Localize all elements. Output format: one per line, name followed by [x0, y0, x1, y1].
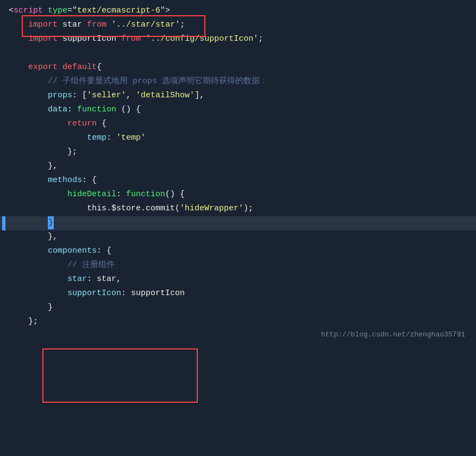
line-content-5: export default{: [9, 61, 472, 74]
footer-url: http://blog.csdn.net/zhenghao35791: [321, 329, 465, 341]
code-line-2: import star from '../star/star';: [0, 18, 476, 33]
components-highlight-box: [42, 348, 198, 403]
line-content-13: methods: {: [9, 174, 472, 187]
line-content-23: };: [9, 315, 472, 328]
line-content-21: supportIcon: supportIcon: [9, 287, 472, 300]
line-content-14: hideDetail: function() {: [9, 188, 472, 201]
line-gutter-19: [2, 259, 5, 273]
line-gutter-3: [2, 33, 5, 47]
code-line-21: supportIcon: supportIcon: [0, 287, 476, 301]
code-line-15: this.$store.commit('hideWrapper');: [0, 202, 476, 216]
line-gutter-11: [2, 146, 5, 160]
line-gutter-22: [2, 301, 5, 315]
line-content-9: return {: [9, 117, 472, 130]
line-gutter-21: [2, 287, 5, 301]
code-line-3: import supportIcon from '../config/suppo…: [0, 33, 476, 47]
line-gutter-16: [2, 216, 5, 230]
code-line-8: data: function () {: [0, 103, 476, 117]
code-line-12: },: [0, 160, 476, 174]
code-line-19: // 注册组件: [0, 259, 476, 273]
line-gutter-1: [2, 4, 5, 18]
line-content-17: },: [9, 230, 472, 243]
code-line-18: components: {: [0, 245, 476, 259]
line-gutter-5: [2, 61, 5, 75]
code-line-22: }: [0, 301, 476, 315]
code-line-23: };: [0, 315, 476, 329]
line-content-2: import star from '../star/star';: [9, 18, 472, 32]
code-line-4: [0, 47, 476, 61]
line-content-1: <script type="text/ecmascript-6">: [9, 4, 472, 17]
code-line-16: }: [0, 216, 476, 230]
line-gutter-15: [2, 202, 5, 216]
code-line-11: };: [0, 146, 476, 160]
line-gutter-7: [2, 89, 5, 103]
line-content-20: star: star,: [9, 273, 472, 286]
line-content-12: },: [9, 160, 472, 173]
line-gutter-24: [315, 329, 318, 343]
line-gutter-10: [2, 132, 5, 146]
line-gutter-14: [2, 188, 5, 202]
line-gutter-17: [2, 230, 5, 245]
line-gutter-4: [2, 47, 5, 61]
line-content-19: // 注册组件: [9, 259, 472, 272]
line-gutter-18: [2, 245, 5, 259]
line-gutter-2: [2, 18, 5, 33]
code-line-13: methods: {: [0, 174, 476, 188]
code-line-14: hideDetail: function() {: [0, 188, 476, 202]
line-gutter-12: [2, 160, 5, 174]
code-line-10: temp: 'temp': [0, 132, 476, 146]
code-line-9: return {: [0, 117, 476, 132]
line-content-10: temp: 'temp': [9, 132, 472, 145]
line-content-8: data: function () {: [9, 103, 472, 116]
line-gutter-20: [2, 273, 5, 287]
code-line-24: http://blog.csdn.net/zhenghao35791: [0, 329, 476, 343]
code-line-17: },: [0, 230, 476, 245]
line-content-7: props: ['seller', 'detailShow'],: [9, 89, 472, 102]
line-content-16: }: [9, 216, 472, 229]
line-gutter-8: [2, 103, 5, 117]
line-content-15: this.$store.commit('hideWrapper');: [9, 202, 472, 215]
line-content-18: components: {: [9, 245, 472, 258]
cursor: }: [48, 216, 54, 229]
line-content-3: import supportIcon from '../config/suppo…: [9, 33, 472, 46]
code-line-1: <script type="text/ecmascript-6">: [0, 4, 476, 18]
line-content-22: }: [9, 301, 472, 314]
code-line-6: // 子组件要显式地用 props 选项声明它期待获得的数据：: [0, 75, 476, 89]
line-gutter-13: [2, 174, 5, 188]
code-editor: <script type="text/ecmascript-6"> import…: [0, 0, 476, 456]
line-gutter-23: [2, 315, 5, 329]
line-content-6: // 子组件要显式地用 props 选项声明它期待获得的数据：: [9, 75, 472, 88]
code-line-5: export default{: [0, 61, 476, 75]
line-gutter-9: [2, 117, 5, 132]
line-content-11: };: [9, 146, 472, 159]
line-content-4: [9, 47, 472, 60]
code-line-20: star: star,: [0, 273, 476, 287]
line-gutter-6: [2, 75, 5, 89]
code-line-7: props: ['seller', 'detailShow'],: [0, 89, 476, 103]
